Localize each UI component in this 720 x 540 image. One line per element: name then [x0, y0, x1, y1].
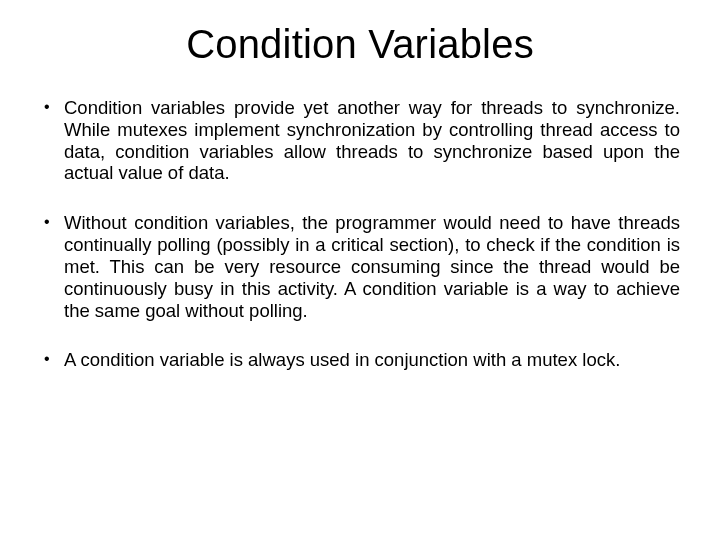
bullet-item: Without condition variables, the program… [40, 212, 680, 321]
slide-body: Condition variables provide yet another … [40, 97, 680, 371]
slide-title: Condition Variables [40, 22, 680, 67]
bullet-item: Condition variables provide yet another … [40, 97, 680, 184]
bullet-item: A condition variable is always used in c… [40, 349, 680, 371]
slide: Condition Variables Condition variables … [0, 0, 720, 540]
